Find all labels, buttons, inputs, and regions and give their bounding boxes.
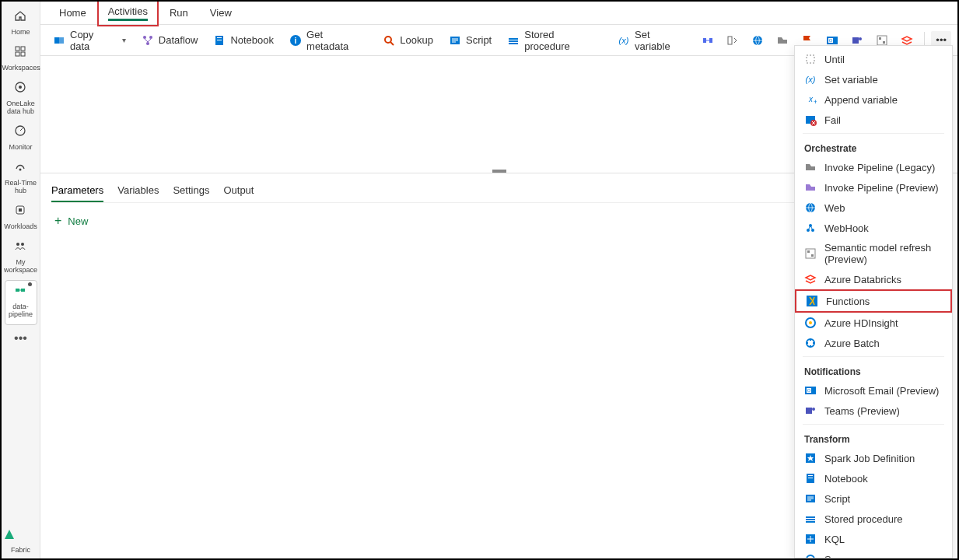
svg-rect-12 — [16, 289, 19, 292]
pipe-toolbar-button[interactable] — [697, 31, 719, 50]
svg-text:(x): (x) — [806, 75, 816, 84]
lookup-icon — [383, 34, 395, 47]
realtime-icon — [14, 160, 28, 174]
home-icon — [14, 9, 28, 23]
batch-icon — [804, 337, 817, 349]
rail-fabric[interactable]: Fabric — [2, 527, 40, 558]
svg-text:O: O — [807, 388, 811, 393]
appendvar-icon: x+ — [804, 93, 817, 106]
dd-item-invoke-pipeline-legacy-[interactable]: Invoke Pipeline (Legacy) — [795, 157, 952, 177]
svg-marker-14 — [5, 530, 14, 539]
dd-item-fail[interactable]: Fail — [795, 110, 952, 130]
svg-rect-41 — [879, 37, 881, 40]
svg-rect-63 — [806, 408, 812, 414]
panel-tab-parameters[interactable]: Parameters — [51, 180, 103, 202]
panel-tab-settings[interactable]: Settings — [173, 180, 209, 202]
myws-icon — [14, 240, 28, 254]
tab-run[interactable]: Run — [159, 2, 199, 24]
dd-item-microsoft-email-preview-[interactable]: OMicrosoft Email (Preview) — [795, 380, 952, 401]
tab-view[interactable]: View — [199, 2, 243, 24]
dd-item-azure-batch[interactable]: Azure Batch — [795, 333, 952, 353]
dd-item-webhook[interactable]: WebHook — [795, 218, 952, 238]
dd-item-functions[interactable]: Functions — [795, 289, 952, 313]
getmeta-icon: i — [289, 34, 302, 47]
lookup-button[interactable]: Lookup — [376, 31, 439, 50]
teams-icon — [804, 404, 817, 417]
chevron-down-icon: ▾ — [122, 36, 126, 44]
spark-icon — [804, 452, 817, 464]
main-area: HomeActivitiesRunView Copy data▾Dataflow… — [40, 2, 957, 558]
svg-rect-53 — [806, 249, 815, 258]
svg-point-64 — [812, 408, 815, 411]
rail-item-workspaces[interactable]: Workspaces — [2, 42, 40, 78]
dd-item-azure-hdinsight[interactable]: Azure HDInsight — [795, 313, 952, 333]
svg-point-17 — [143, 36, 146, 39]
scope-icon — [804, 553, 817, 558]
panel-resize-handle[interactable] — [492, 170, 506, 173]
set-variable-button[interactable]: (x)Set variable — [611, 26, 694, 55]
dd-item-notebook[interactable]: Notebook — [795, 468, 952, 488]
dd-item-kql[interactable]: KQL — [795, 529, 952, 549]
pipe-icon — [702, 34, 714, 47]
svg-rect-9 — [19, 208, 22, 212]
svg-text:i: i — [295, 37, 297, 45]
svg-rect-29 — [509, 43, 518, 44]
get-metadata-button[interactable]: iGet metadata — [283, 26, 373, 55]
copy-data-button[interactable]: Copy data▾ — [47, 26, 132, 55]
invoke-icon — [776, 34, 789, 47]
invoke-toolbar-button[interactable] — [772, 31, 793, 50]
plus-icon: + — [54, 214, 61, 228]
svg-point-25 — [385, 37, 391, 43]
notebook-button[interactable]: Notebook — [207, 31, 280, 50]
script-button[interactable]: Script — [443, 31, 498, 50]
invoke2-icon — [804, 181, 817, 194]
dd-item-teams-preview-[interactable]: Teams (Preview) — [795, 401, 952, 421]
rail-item-workloads[interactable]: Workloads — [2, 201, 40, 236]
monitor-icon — [14, 124, 28, 138]
dd-group-transform: Transform — [795, 428, 952, 448]
pipeline-icon — [14, 284, 28, 298]
dd-item-scope[interactable]: Scope — [795, 549, 952, 558]
rail-item-my-workspace[interactable]: Myworkspace — [2, 236, 40, 280]
dd-item-web[interactable]: Web — [795, 198, 952, 218]
stored-procedure-button[interactable]: Stored procedure — [501, 26, 608, 55]
activities-more-dropdown: Until(x)Set variablex+Append variableFai… — [794, 45, 953, 558]
tab-home[interactable]: Home — [48, 2, 97, 24]
dd-item-invoke-pipeline-preview-[interactable]: Invoke Pipeline (Preview) — [795, 177, 952, 198]
panel-tab-output[interactable]: Output — [223, 180, 254, 202]
rail-item-onelake-data-hub[interactable]: OneLakedata hub — [2, 78, 40, 121]
dd-group-notifications: Notifications — [795, 360, 952, 380]
svg-rect-1 — [21, 47, 25, 51]
dd-item-stored-procedure[interactable]: Stored procedure — [795, 509, 952, 529]
setvar-icon: (x) — [804, 73, 817, 86]
dd-item-set-variable[interactable]: (x)Set variable — [795, 69, 952, 89]
rail-item-monitor[interactable]: Monitor — [2, 121, 40, 157]
svg-rect-55 — [811, 254, 814, 257]
rail-item-home[interactable]: Home — [2, 6, 40, 42]
collapse-toolbar-button[interactable] — [722, 31, 744, 50]
svg-rect-22 — [217, 40, 222, 40]
web-icon — [751, 34, 764, 47]
dd-item-azure-databricks[interactable]: Azure Databricks — [795, 269, 952, 289]
svg-rect-2 — [16, 52, 19, 56]
rail-item-real-time-hub[interactable]: Real-Timehub — [2, 157, 40, 201]
dd-group-orchestrate: Orchestrate — [795, 137, 952, 157]
workloads-icon — [14, 204, 28, 218]
fabric-icon — [2, 527, 40, 541]
svg-rect-16 — [59, 37, 64, 44]
setvar-icon: (x) — [618, 34, 630, 47]
rail-item-data-pipeline[interactable]: data-pipeline — [5, 280, 37, 325]
dd-item-script[interactable]: Script — [795, 488, 952, 509]
rail-more-button[interactable]: ••• — [14, 325, 27, 352]
dataflow-button[interactable]: Dataflow — [135, 31, 205, 50]
panel-tab-variables[interactable]: Variables — [117, 180, 159, 202]
web-toolbar-button[interactable] — [747, 31, 768, 50]
grid-icon — [14, 45, 28, 59]
dd-item-append-variable[interactable]: x+Append variable — [795, 89, 952, 110]
dd-item-spark-job-definition[interactable]: Spark Job Definition — [795, 448, 952, 468]
svg-point-19 — [146, 42, 149, 45]
svg-rect-21 — [217, 37, 222, 38]
dd-item-semantic-model-refresh-preview-[interactable]: Semantic model refresh (Preview) — [795, 238, 952, 269]
tab-activities[interactable]: Activities — [97, 0, 159, 26]
dd-item-until[interactable]: Until — [795, 49, 952, 69]
